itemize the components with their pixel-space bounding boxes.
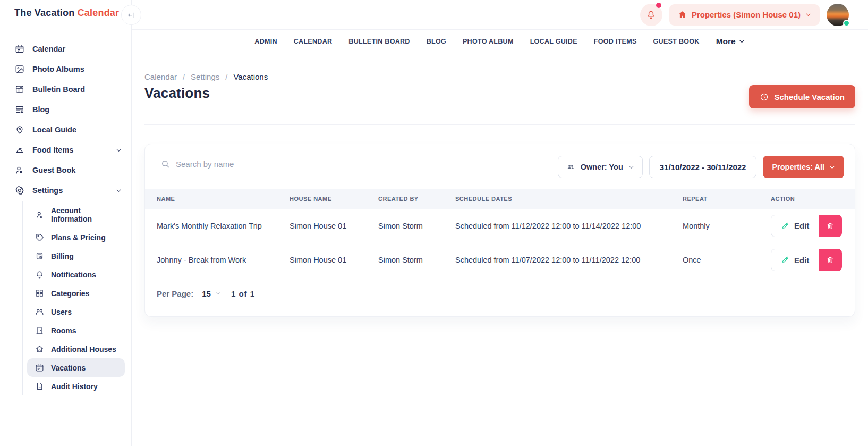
sidebar-item-categories[interactable]: Categories bbox=[27, 284, 125, 302]
chevron-down-icon bbox=[116, 188, 122, 193]
breadcrumb-settings[interactable]: Settings bbox=[191, 72, 219, 81]
delete-button[interactable] bbox=[819, 249, 842, 271]
sidebar-item-calendar[interactable]: Calendar bbox=[0, 39, 131, 59]
sidebar-item-account-information[interactable]: Account Information bbox=[27, 201, 125, 228]
nav-more-button[interactable]: More bbox=[716, 37, 745, 46]
per-page-label: Per Page: bbox=[157, 289, 193, 298]
schedule-vacation-button[interactable]: Schedule Vacation bbox=[749, 85, 855, 108]
nav-item-food-items[interactable]: FOOD ITEMS bbox=[594, 38, 637, 45]
sidebar-item-label: Rooms bbox=[51, 326, 76, 335]
nav-item-admin[interactable]: ADMIN bbox=[254, 38, 277, 45]
gear-icon bbox=[15, 186, 24, 195]
cell-repeat: Monthly bbox=[677, 209, 765, 243]
sidebar-item-label: Additional Houses bbox=[51, 345, 116, 354]
clock-icon bbox=[760, 92, 769, 102]
sidebar-item-food-items[interactable]: Food Items bbox=[0, 140, 131, 160]
breadcrumb-current: Vacations bbox=[233, 72, 268, 81]
search-box bbox=[159, 159, 471, 174]
cell-name: Johnny - Break from Work bbox=[145, 243, 284, 277]
notifications-button[interactable] bbox=[640, 4, 662, 26]
top-header: Properties (Simon House 01) bbox=[132, 0, 868, 30]
per-page-selector[interactable]: 15 bbox=[202, 289, 220, 298]
nav-item-bulletin-board[interactable]: BULLETIN BOARD bbox=[348, 38, 410, 45]
sidebar-item-photo-albums[interactable]: Photo Albums bbox=[0, 59, 131, 79]
date-range-picker[interactable]: 31/10/2022 - 30/11/2022 bbox=[649, 156, 757, 178]
home-icon bbox=[35, 344, 44, 354]
app-logo: The Vacation Calendar bbox=[0, 7, 131, 19]
schedule-vacation-label: Schedule Vacation bbox=[774, 92, 845, 102]
sidebar-item-vacations[interactable]: Vacations bbox=[27, 358, 125, 377]
online-status-dot bbox=[843, 20, 850, 27]
page-info: 1 of 1 bbox=[231, 289, 255, 298]
sidebar-item-plans-pricing[interactable]: Plans & Pricing bbox=[27, 228, 125, 247]
sidebar-item-guest-book[interactable]: Guest Book bbox=[0, 160, 131, 180]
nav-item-blog[interactable]: BLOG bbox=[427, 38, 446, 45]
cell-schedule-dates: Scheduled from 11/07/2022 12:00 to 11/11… bbox=[450, 243, 677, 277]
breadcrumb: Calendar / Settings / Vacations bbox=[144, 72, 855, 81]
sidebar-item-label: Bulletin Board bbox=[32, 85, 85, 94]
sidebar-item-settings[interactable]: Settings bbox=[0, 180, 131, 200]
column-header-house-name: HOUSE NAME bbox=[284, 189, 373, 209]
column-header-created-by: CREATED BY bbox=[373, 189, 450, 209]
sidebar-item-audit-history[interactable]: Audit History bbox=[27, 377, 125, 395]
bell-icon bbox=[646, 10, 656, 20]
sidebar-item-label: Vacations bbox=[51, 364, 86, 372]
trash-icon bbox=[826, 256, 835, 264]
properties-filter-label: Properties: All bbox=[772, 163, 824, 171]
edit-button-label: Edit bbox=[794, 221, 809, 230]
tag-icon bbox=[35, 233, 44, 242]
house-icon bbox=[678, 10, 687, 19]
sidebar-nav: Calendar Photo Albums Bulletin Board Blo… bbox=[0, 39, 131, 395]
properties-selector-label: Properties (Simon House 01) bbox=[692, 10, 801, 19]
notification-badge-dot bbox=[656, 3, 661, 8]
breadcrumb-separator: / bbox=[225, 72, 227, 81]
title-row: Vacations Schedule Vacation bbox=[144, 85, 855, 108]
door-icon bbox=[35, 326, 44, 335]
guest-icon bbox=[15, 165, 24, 175]
owner-filter-button[interactable]: Owner: You bbox=[558, 156, 643, 178]
sidebar-item-blog[interactable]: Blog bbox=[0, 99, 131, 120]
trash-icon bbox=[826, 222, 835, 230]
cell-name: Mark's Monthly Relaxation Trip bbox=[145, 209, 284, 243]
chevron-down-icon bbox=[805, 12, 811, 18]
sidebar-item-label: Calendar bbox=[32, 45, 65, 53]
people-icon bbox=[566, 163, 575, 172]
collapse-arrow-icon bbox=[127, 11, 135, 19]
sidebar-item-bulletin-board[interactable]: Bulletin Board bbox=[0, 79, 131, 99]
top-nav: ADMIN CALENDAR BULLETIN BOARD BLOG PHOTO… bbox=[132, 30, 868, 53]
nav-item-photo-album[interactable]: PHOTO ALBUM bbox=[463, 38, 514, 45]
properties-filter-button[interactable]: Properties: All bbox=[763, 156, 844, 178]
filter-row: Owner: You 31/10/2022 - 30/11/2022 Prope… bbox=[145, 144, 855, 186]
sidebar-item-label: Photo Albums bbox=[32, 65, 84, 73]
sidebar-item-label: Plans & Pricing bbox=[51, 233, 106, 242]
user-avatar[interactable] bbox=[827, 4, 849, 26]
map-pin-icon bbox=[15, 125, 24, 134]
cell-created-by: Simon Storm bbox=[373, 209, 450, 243]
account-icon bbox=[35, 211, 44, 220]
blog-icon bbox=[15, 105, 24, 114]
sidebar-item-billing[interactable]: Billing bbox=[27, 247, 125, 265]
breadcrumb-calendar[interactable]: Calendar bbox=[144, 72, 177, 81]
billing-icon bbox=[35, 251, 44, 260]
cell-action: Edit bbox=[765, 243, 855, 277]
vacations-card: Owner: You 31/10/2022 - 30/11/2022 Prope… bbox=[144, 144, 855, 317]
nav-item-local-guide[interactable]: LOCAL GUIDE bbox=[530, 38, 577, 45]
date-range-value: 31/10/2022 - 30/11/2022 bbox=[660, 163, 746, 172]
edit-button[interactable]: Edit bbox=[771, 249, 819, 271]
nav-item-guest-book[interactable]: GUEST BOOK bbox=[653, 38, 700, 45]
nav-item-calendar[interactable]: CALENDAR bbox=[294, 38, 333, 45]
cell-house-name: Simon House 01 bbox=[284, 243, 373, 277]
board-icon bbox=[15, 85, 24, 94]
sidebar-item-users[interactable]: Users bbox=[27, 302, 125, 321]
search-input[interactable] bbox=[176, 159, 469, 169]
sidebar-item-notifications[interactable]: Notifications bbox=[27, 265, 125, 284]
edit-button[interactable]: Edit bbox=[771, 215, 819, 237]
sidebar-item-rooms[interactable]: Rooms bbox=[27, 321, 125, 340]
properties-selector-button[interactable]: Properties (Simon House 01) bbox=[669, 4, 820, 26]
chevron-down-icon bbox=[738, 38, 745, 45]
delete-button[interactable] bbox=[819, 215, 842, 237]
sidebar-item-additional-houses[interactable]: Additional Houses bbox=[27, 340, 125, 358]
sidebar-collapse-button[interactable] bbox=[121, 5, 141, 25]
sidebar-item-local-guide[interactable]: Local Guide bbox=[0, 120, 131, 140]
sidebar-item-label: Account Information bbox=[51, 206, 121, 223]
